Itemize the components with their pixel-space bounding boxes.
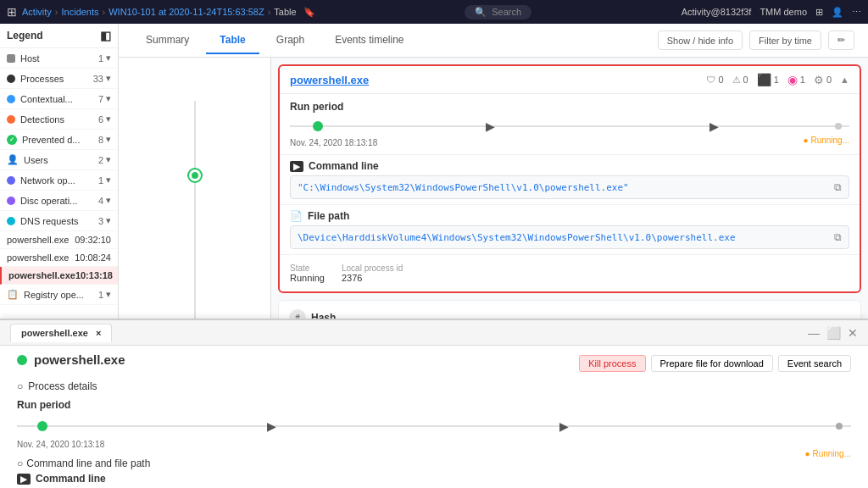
tab-events-timeline[interactable]: Events timeline — [321, 27, 417, 54]
bottom-run-period-title: Run period — [119, 399, 851, 411]
process-details-section: ○ Process details — [119, 380, 851, 392]
exe-time-3: 10:13:18 — [75, 270, 113, 280]
chevron-icon: ▾ — [106, 114, 111, 125]
run-period-bar: ▶ ▶ — [290, 118, 849, 135]
breadcrumb-activity[interactable]: Activity — [22, 7, 52, 17]
copy-cmd-icon[interactable]: ⧉ — [834, 181, 842, 193]
topbar-right: Activity@8132f3f TMM demo ⊞ 👤 ⋯ — [682, 7, 861, 18]
users-icon: 👤 — [7, 154, 19, 165]
shield-badge: 🛡 0 — [706, 75, 723, 85]
dns-count: 3 — [98, 216, 103, 226]
process-name-link[interactable]: powershell.exe — [290, 74, 369, 86]
sidebar-item-network[interactable]: Network op... 1 ▾ — [0, 170, 118, 191]
grid-icon[interactable]: ⊞ — [815, 7, 823, 18]
event-search-btn[interactable]: Event search — [778, 355, 851, 372]
filepath-value-box: \Device\HarddiskVolume4\Windows\System32… — [290, 225, 849, 249]
sidebar-prevented-label: Prevented d... — [22, 135, 81, 145]
sidebar-users-label: Users — [24, 155, 48, 165]
sidebar-item-disc[interactable]: Disc operati... 4 ▾ — [0, 191, 118, 211]
filter-by-time-btn[interactable]: Filter by time — [749, 30, 821, 50]
detection-count: 6 — [98, 114, 103, 125]
bottom-panel: powershell.exe × — ⬜ ✕ powershell.exe — [119, 319, 868, 488]
bottom-action-buttons: Kill process Prepare file for download E… — [579, 355, 851, 372]
network-icon — [7, 176, 15, 185]
close-panel-icon[interactable]: ✕ — [848, 326, 858, 340]
search-bar: 🔍 Search — [465, 5, 531, 19]
filepath-title: 📄 File path — [290, 210, 849, 222]
chevron-icon: ▾ — [106, 289, 111, 300]
show-hide-btn[interactable]: Show / hide info — [658, 30, 743, 50]
run-timestamp: Nov. 24, 2020 18:13:18 — [290, 138, 849, 147]
breadcrumb-incidents[interactable]: Incidents — [62, 7, 99, 17]
sidebar-disc-label: Disc operati... — [20, 196, 77, 206]
state-section: State Running Local process id 2376 — [280, 254, 860, 291]
sidebar-host-label: Host — [20, 53, 40, 64]
exe-item-2[interactable]: powershell.exe 10:08:24 — [0, 249, 118, 267]
filepath-section: 📄 File path \Device\HarddiskVolume4\Wind… — [280, 204, 860, 254]
minimize-icon[interactable]: — — [808, 326, 820, 340]
topbar-left: ⊞ Activity › Incidents › WIN10-101 at 20… — [7, 5, 315, 19]
disc-count: 4 — [98, 196, 103, 206]
bottom-panel-header: powershell.exe × — ⬜ ✕ — [119, 320, 868, 346]
context-icon — [7, 95, 15, 103]
prepare-file-btn[interactable]: Prepare file for download — [651, 355, 773, 372]
expand-icon[interactable]: ▲ — [840, 75, 849, 85]
exe-label-1: powershell.exe — [7, 235, 69, 245]
tab-table[interactable]: Table — [206, 27, 259, 54]
bottom-cmd-title: ▶ Command line — [119, 473, 851, 485]
context-count: 7 — [98, 94, 103, 104]
sidebar-item-users[interactable]: 👤 Users 2 ▾ — [0, 150, 118, 170]
cmd-section-toggle[interactable]: ○ Command line and file path — [119, 458, 805, 469]
sidebar-detection-label: Detections — [20, 114, 64, 125]
timeline-dot — [189, 169, 201, 181]
activity-id: Activity@8132f3f — [682, 7, 752, 17]
sidebar-process-label: Processes — [20, 74, 64, 84]
process-icons: 🛡 0 ⚠ 0 ⬛ 1 ◉ — [706, 73, 849, 86]
state-row: State Running Local process id 2376 — [290, 260, 849, 286]
cmd-title: ▶ Command line — [290, 160, 849, 172]
alert-icon: ⚠ — [732, 75, 741, 86]
maximize-icon[interactable]: ⬜ — [826, 326, 841, 340]
sidebar-item-detections[interactable]: Detections 6 ▾ — [0, 109, 118, 130]
breadcrumb-current: Table — [274, 7, 296, 17]
exe-item-3[interactable]: powershell.exe 10:13:18 — [0, 267, 118, 285]
bottom-cmd-section: ○ Command line and file path ▶ Command l… — [119, 458, 851, 488]
nav-tabs: Summary Table Graph Events timeline Show… — [119, 24, 868, 58]
bottom-process-name: powershell.exe — [119, 352, 125, 367]
box-icon: ⬛ — [757, 73, 771, 86]
sidebar-item-dns[interactable]: DNS requests 3 ▾ — [0, 211, 118, 231]
process-details-toggle[interactable]: ○ Process details — [119, 380, 851, 392]
process-count: 33 — [93, 74, 103, 84]
kill-process-btn[interactable]: Kill process — [579, 355, 645, 372]
breadcrumb-incident[interactable]: WIN10-101 at 2020-11-24T15:63:58Z — [108, 7, 264, 17]
process-card-header: powershell.exe 🛡 0 ⚠ 0 ⬛ — [280, 66, 860, 94]
sidebar-item-host[interactable]: Host 1 ▾ — [0, 48, 118, 69]
sidebar-item-prevented[interactable]: ✓ Prevented d... 8 ▾ — [0, 130, 118, 150]
tabs-container: Summary Table Graph Events timeline — [132, 27, 418, 54]
chevron-icon: ▾ — [106, 53, 111, 64]
sidebar-item-processes[interactable]: Processes 33 ▾ — [0, 69, 118, 89]
host-icon — [7, 54, 15, 63]
user-icon[interactable]: 👤 — [832, 7, 843, 18]
collapse-icon[interactable]: ◧ — [100, 29, 111, 42]
network-count: 1 — [98, 175, 103, 186]
edit-btn[interactable]: ✏ — [828, 30, 854, 50]
host-count: 1 — [98, 53, 103, 64]
tab-graph[interactable]: Graph — [263, 27, 318, 54]
shield-icon: 🛡 — [706, 75, 715, 85]
sidebar-context-label: Contextual... — [20, 94, 73, 104]
bookmark-icon[interactable]: 🔖 — [303, 7, 315, 18]
app-logo-icon: ⊞ — [7, 5, 17, 19]
tab-summary[interactable]: Summary — [132, 27, 203, 54]
sidebar-item-contextual[interactable]: Contextual... 7 ▾ — [0, 89, 118, 109]
copy-filepath-icon[interactable]: ⧉ — [834, 231, 842, 243]
chevron-icon: ▾ — [106, 93, 111, 104]
users-count: 2 — [98, 155, 103, 165]
circle-icon: ◉ — [787, 73, 798, 86]
menu-icon[interactable]: ⋯ — [852, 7, 861, 18]
pid-field: Local process id 2376 — [342, 263, 403, 283]
prevented-icon: ✓ — [7, 135, 17, 145]
exe-item-1[interactable]: powershell.exe 09:32:10 — [0, 231, 118, 249]
user-name: TMM demo — [760, 7, 807, 17]
sidebar-item-registry[interactable]: 📋 Registry ope... 1 ▾ — [0, 285, 118, 305]
